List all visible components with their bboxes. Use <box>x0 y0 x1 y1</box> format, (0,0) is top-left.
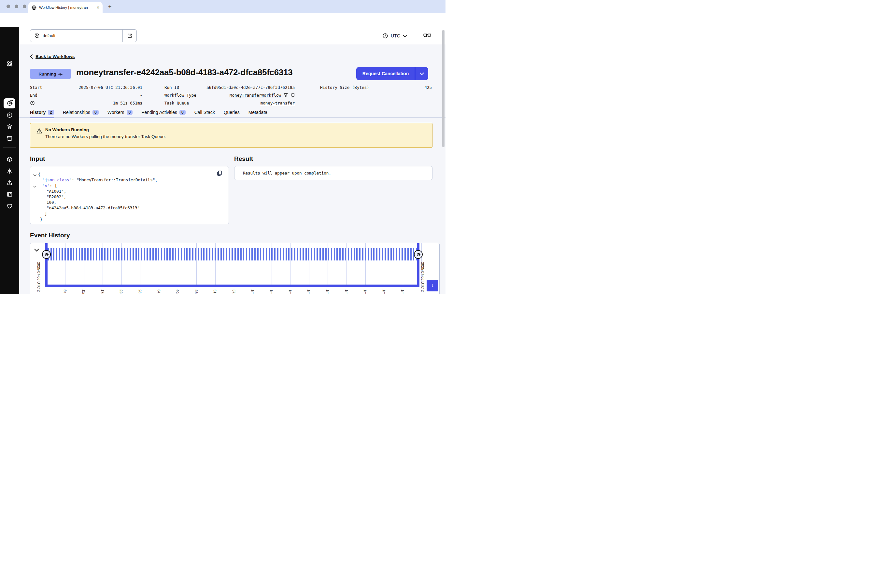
meta-column-times: Start 2025-07-06 UTC 21:36:36.01 End - 1… <box>30 83 142 107</box>
workflow-type-link[interactable]: MoneyTransferWorkflow <box>230 93 281 98</box>
duration-clock-icon <box>30 100 35 105</box>
collapse-array-chevron-icon[interactable] <box>33 186 36 188</box>
timeline-tick-label: 34s <box>157 290 161 294</box>
cancellation-menu-chevron-icon[interactable] <box>415 67 428 80</box>
latest-event-marker[interactable] <box>414 250 423 259</box>
new-tab-button[interactable]: + <box>108 3 112 10</box>
warning-title: No Workers Running <box>45 127 89 132</box>
timeline-tick-label: 1m <box>288 290 292 294</box>
timeline-tick-label: 11s <box>82 290 86 294</box>
timeline-tick-label: 1m <box>345 290 348 294</box>
input-heading: Input <box>30 155 45 162</box>
browser-tab[interactable]: Workflow History | moneytran × <box>28 2 103 13</box>
browser-tab-strip: Workflow History | moneytran × + <box>0 0 446 13</box>
timeline-tick-label: 22s <box>119 290 123 294</box>
timeline-tick-label: 1m <box>363 290 367 294</box>
end-value: - <box>140 93 142 98</box>
namespace-selector[interactable]: default <box>30 29 137 42</box>
tab-badge: 0 <box>93 110 99 115</box>
window-close-button[interactable] <box>6 4 10 8</box>
tab-history[interactable]: History 2 <box>30 108 54 117</box>
namespace-external-link-icon[interactable] <box>123 30 136 42</box>
timeline-end-date-label: 2025-07-06 UTC 2 <box>421 262 424 292</box>
tab-metadata[interactable]: Metadata <box>249 108 267 117</box>
sidebar-divider <box>3 147 16 148</box>
meta-row-run-id: Run ID a6fd95d1-da0c-4d2e-a77c-786f3d762… <box>165 83 295 91</box>
scroll-to-bottom-button[interactable]: ↓ <box>427 280 438 291</box>
result-card: Results will appear upon completion. <box>234 166 432 180</box>
back-to-workflows-link[interactable]: Back to Workflows <box>30 54 75 59</box>
labs-glasses-icon[interactable] <box>423 33 431 38</box>
sidebar-item-batch-operations[interactable] <box>0 124 19 130</box>
copy-workflow-type-icon[interactable] <box>291 93 295 98</box>
tab-call-stack[interactable]: Call Stack <box>194 108 215 117</box>
timezone-selector[interactable]: UTC <box>382 31 407 40</box>
tab-workers[interactable]: Workers 0 <box>108 108 133 117</box>
meta-column-identity: Run ID a6fd95d1-da0c-4d2e-a77c-786f3d762… <box>165 83 295 107</box>
chevron-down-icon <box>403 34 407 38</box>
result-heading: Result <box>234 155 253 162</box>
request-cancellation-label[interactable]: Request Cancellation <box>356 67 415 80</box>
meta-column-history-size: History Size (Bytes) 425 <box>320 83 432 91</box>
timeline-tick-label: 51s <box>213 290 217 294</box>
window-zoom-button[interactable] <box>23 4 26 8</box>
tab-badge: 0 <box>127 110 133 115</box>
timeline-tick-label: 1m <box>382 290 386 294</box>
filter-funnel-icon[interactable] <box>284 93 288 98</box>
json-line: 100, <box>46 200 56 205</box>
timeline-tick-label: 1m <box>400 290 405 294</box>
json-line: "B2002", <box>46 194 66 199</box>
sidebar-item-import[interactable] <box>0 180 19 186</box>
sidebar-item-labs[interactable] <box>0 168 19 174</box>
json-key: "v" <box>42 183 50 188</box>
timeline-collapse-chevron-icon[interactable] <box>34 248 39 252</box>
back-to-workflows-label: Back to Workflows <box>36 54 75 59</box>
tab-label: Metadata <box>249 110 267 115</box>
workflow-title: moneytransfer-e4242aa5-b08d-4183-a472-df… <box>76 68 292 78</box>
timeline-tick-label: 5s <box>63 290 67 293</box>
json-line: ] <box>45 211 47 216</box>
timeline-tick-label: 1m <box>251 290 255 294</box>
status-badge: Running <box>30 69 71 79</box>
input-json-card: { "json_class": "MoneyTransfer::Transfer… <box>30 166 229 224</box>
page-scrollbar-thumb[interactable] <box>442 30 444 147</box>
history-size-value: 425 <box>424 85 432 90</box>
warning-message: There are no Workers polling the money-t… <box>45 134 166 139</box>
workflow-started-event-marker[interactable] <box>42 250 51 259</box>
meta-row-duration: 1m 51s 651ms <box>30 99 142 107</box>
end-label: End <box>30 93 38 98</box>
collapse-root-chevron-icon[interactable] <box>33 174 36 177</box>
timeline-tick-label: 1m <box>307 290 310 294</box>
task-queue-link[interactable]: money-transfer <box>261 100 295 105</box>
tab-queries[interactable]: Queries <box>224 108 240 117</box>
sidebar-item-docs[interactable] <box>0 192 19 198</box>
tab-close-icon[interactable]: × <box>97 5 99 10</box>
copy-input-icon[interactable] <box>217 171 222 176</box>
timeline-tick-label: 45s <box>194 290 198 294</box>
json-key: "json_class" <box>42 177 72 182</box>
app-sidebar: 2.34.0 <box>0 27 19 294</box>
tab-relationships[interactable]: Relationships 0 <box>63 108 99 117</box>
timeline-tick-label: 28s <box>138 290 142 294</box>
window-minimize-button[interactable] <box>15 4 18 8</box>
tab-pending-activities[interactable]: Pending Activities 0 <box>141 108 185 117</box>
temporal-logo-icon <box>0 60 19 68</box>
request-cancellation-button[interactable]: Request Cancellation <box>356 67 428 80</box>
start-label: Start <box>30 85 42 90</box>
sidebar-item-schedules[interactable] <box>0 112 19 118</box>
workflow-tabs: History 2 Relationships 0 Workers 0 Pend… <box>30 108 267 117</box>
sidebar-item-feedback[interactable] <box>0 203 19 209</box>
timeline-running-band <box>48 248 417 261</box>
json-line: { <box>38 172 41 177</box>
sidebar-item-archive[interactable] <box>0 135 19 142</box>
browser-toolbar: ← → ⟳ ⓘ localhost:8080/namespaces/defaul… <box>0 13 446 27</box>
tab-title: Workflow History | moneytran <box>39 6 94 9</box>
warning-triangle-icon <box>36 128 42 134</box>
meta-row-end: End - <box>30 91 142 99</box>
start-value: 2025-07-06 UTC 21:36:36.01 <box>78 85 142 90</box>
event-history-plot: 2025-07-06 UTC 2 2025-07-06 UTC 2 ↓ 5s11… <box>30 243 440 294</box>
sidebar-item-workflows[interactable] <box>4 98 15 108</box>
json-line: "v": [ <box>42 183 57 188</box>
meta-row-history-size: History Size (Bytes) 425 <box>320 83 432 91</box>
sidebar-item-nexus[interactable] <box>0 156 19 162</box>
